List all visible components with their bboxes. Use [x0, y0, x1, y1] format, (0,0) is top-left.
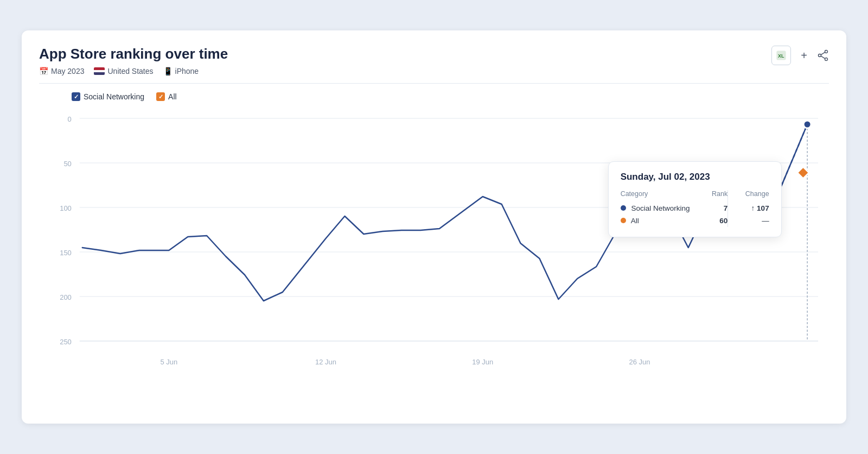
y-label-100: 100 — [60, 204, 72, 212]
calendar-icon: 📅 — [39, 67, 48, 75]
tooltip-header-category: Category — [621, 190, 708, 202]
phone-icon: 📱 — [163, 67, 173, 75]
y-label-200: 200 — [60, 293, 72, 301]
legend-checkbox-all: ✓ — [156, 92, 165, 101]
dot-social — [621, 205, 626, 211]
x-label-26jun: 26 Jun — [629, 358, 650, 366]
svg-point-2 — [825, 51, 828, 53]
header-actions: XL + — [771, 46, 829, 65]
header-left: App Store ranking over time 📅 May 2023 U… — [39, 46, 228, 75]
tooltip-category-all: All — [621, 215, 708, 227]
tooltip-card: Sunday, Jul 02, 2023 Category Rank Chang… — [608, 161, 782, 237]
tooltip-category-social: Social Networking — [621, 202, 708, 215]
legend-item-social[interactable]: ✓ Social Networking — [72, 92, 144, 101]
chart-container: 0 50 100 150 200 250 5 Jun 12 Jun 19 Jun… — [39, 106, 829, 411]
excel-icon: XL — [776, 51, 786, 60]
share-icon — [817, 49, 829, 61]
dot-all — [621, 218, 626, 223]
meta-device: 📱 iPhone — [163, 67, 199, 75]
flag-icon — [94, 67, 105, 75]
x-label-5jun: 5 Jun — [160, 358, 177, 366]
tooltip-date: Sunday, Jul 02, 2023 — [621, 172, 769, 182]
svg-text:XL: XL — [778, 53, 784, 59]
svg-point-4 — [819, 54, 821, 57]
svg-line-5 — [821, 52, 825, 55]
tooltip-row-social: Social Networking 7 ↑ 107 — [621, 202, 769, 215]
add-button[interactable]: + — [801, 49, 807, 62]
x-label-19jun: 19 Jun — [472, 358, 493, 366]
tooltip-change-all: — — [728, 215, 769, 227]
tooltip-rank-social: 7 — [707, 202, 727, 215]
tooltip-table: Category Rank Change Social Networking 7… — [621, 190, 769, 227]
legend-label-social: Social Networking — [84, 92, 144, 101]
tooltip-change-social: ↑ 107 — [728, 202, 769, 215]
meta-country: United States — [94, 67, 153, 75]
y-label-250: 250 — [60, 338, 72, 346]
y-label-150: 150 — [60, 249, 72, 257]
tooltip-dot-all — [797, 167, 809, 178]
header: App Store ranking over time 📅 May 2023 U… — [39, 46, 829, 75]
chart-svg: 0 50 100 150 200 250 5 Jun 12 Jun 19 Jun… — [39, 106, 829, 411]
legend-label-all: All — [168, 92, 177, 101]
legend: ✓ Social Networking ✓ All — [39, 92, 829, 101]
excel-button[interactable]: XL — [771, 46, 791, 65]
header-meta: 📅 May 2023 United States 📱 iPhone — [39, 67, 228, 75]
page-title: App Store ranking over time — [39, 46, 228, 62]
tooltip-header-change: Change — [728, 190, 769, 202]
x-label-12jun: 12 Jun — [315, 358, 336, 366]
tooltip-row-all: All 60 — — [621, 215, 769, 227]
y-label-0: 0 — [68, 115, 72, 123]
header-divider — [39, 83, 829, 84]
meta-date: 📅 May 2023 — [39, 67, 84, 75]
legend-checkbox-social: ✓ — [72, 92, 80, 101]
legend-item-all[interactable]: ✓ All — [156, 92, 177, 101]
svg-line-6 — [821, 56, 825, 59]
svg-point-3 — [825, 58, 828, 61]
tooltip-header-rank: Rank — [707, 190, 727, 202]
tooltip-dot-social — [803, 121, 811, 128]
y-label-50: 50 — [63, 160, 71, 168]
plus-icon: + — [801, 49, 807, 62]
main-card: App Store ranking over time 📅 May 2023 U… — [22, 30, 846, 424]
tooltip-rank-all: 60 — [707, 215, 727, 227]
share-button[interactable] — [817, 49, 829, 61]
